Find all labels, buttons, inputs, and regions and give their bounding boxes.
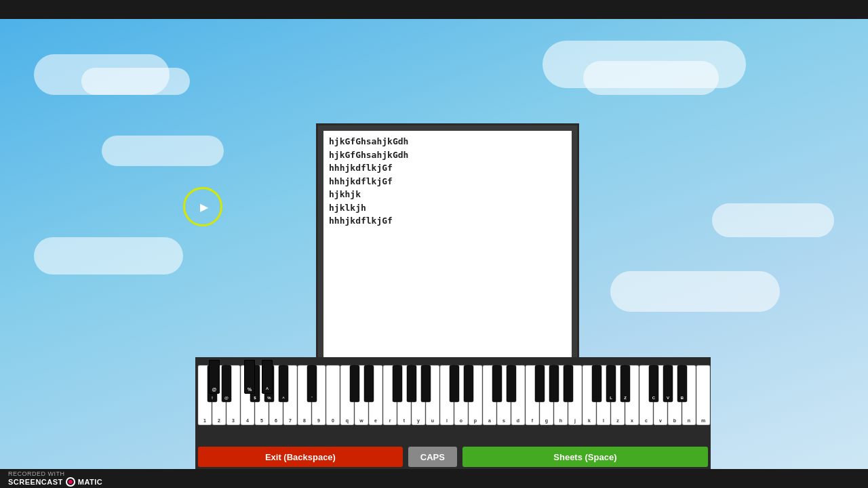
svg-text:x: x <box>631 418 633 423</box>
svg-rect-98 <box>407 365 416 402</box>
svg-text:L: L <box>610 396 612 400</box>
cloud <box>81 68 190 95</box>
svg-text:i: i <box>446 418 448 423</box>
piano-container: ! @ @ $ % % <box>195 357 711 469</box>
svg-rect-19 <box>326 365 340 425</box>
black-key-caret[interactable]: ^ <box>262 360 273 394</box>
svg-text:h: h <box>559 418 562 423</box>
svg-text:V: V <box>667 396 669 400</box>
svg-rect-97 <box>393 365 402 402</box>
svg-rect-71 <box>696 365 710 425</box>
svg-text:B: B <box>681 396 684 400</box>
bottom-buttons-row: Exit (Backspace) CAPS Sheets (Space) <box>195 445 711 469</box>
svg-text:w: w <box>359 418 363 423</box>
black-key-at[interactable]: @ <box>209 360 220 394</box>
brand-circle <box>66 477 75 487</box>
svg-text:5: 5 <box>260 418 263 423</box>
piano-svg: 1 2 3 4 5 6 7 8 <box>195 357 711 444</box>
svg-text:d: d <box>517 418 519 423</box>
svg-rect-105 <box>549 365 559 402</box>
branding-block: RECORDED WITH SCREENCAST MATIC <box>8 470 102 487</box>
svg-text:g: g <box>545 418 548 424</box>
exit-button[interactable]: Exit (Backspace) <box>198 447 403 467</box>
brand-name: SCREENCAST MATIC <box>8 477 102 487</box>
cloud <box>102 136 224 166</box>
svg-text:b: b <box>673 418 676 423</box>
svg-text:c: c <box>645 418 648 423</box>
svg-text:%: % <box>267 396 271 400</box>
svg-text:m: m <box>701 418 705 423</box>
piano-visual: 1 2 3 4 5 6 7 8 <box>195 357 711 444</box>
svg-text:k: k <box>588 418 591 423</box>
note-line-1: hjkGfGhsahjkGdh <box>329 135 566 148</box>
cloud <box>712 203 834 237</box>
svg-text:9: 9 <box>317 418 320 423</box>
svg-text:2: 2 <box>218 418 220 423</box>
svg-rect-99 <box>421 365 431 402</box>
svg-rect-100 <box>450 365 459 402</box>
cloud <box>610 271 780 312</box>
cursor-arrow-icon: ▶ <box>200 201 208 214</box>
svg-text:r: r <box>389 418 391 423</box>
note-line-6: hjklkjh <box>329 201 566 215</box>
note-line-7: hhhjkdflkjGf <box>329 214 566 228</box>
svg-text:8: 8 <box>303 418 306 423</box>
note-content: hjkGfGhsahjkGdh hjkGfGhsahjkGdh hhhjkdfl… <box>323 131 572 379</box>
svg-text:p: p <box>474 418 477 424</box>
bottom-bar: RECORDED WITH SCREENCAST MATIC <box>0 469 868 488</box>
svg-text:y: y <box>417 418 420 424</box>
key-label: @ <box>212 387 217 392</box>
svg-rect-101 <box>464 365 473 402</box>
note-line-3: hhhjkdflkjGf <box>329 161 566 175</box>
recorded-with-label: RECORDED WITH <box>8 470 102 477</box>
svg-rect-104 <box>535 365 545 402</box>
brand-dot <box>68 480 73 484</box>
svg-text:0: 0 <box>332 418 334 423</box>
svg-rect-106 <box>564 365 573 402</box>
svg-text:o: o <box>460 418 462 423</box>
svg-text:u: u <box>431 418 434 423</box>
svg-rect-96 <box>364 365 374 402</box>
cloud <box>34 237 183 274</box>
svg-text:j: j <box>574 418 576 424</box>
svg-rect-95 <box>350 365 359 402</box>
svg-text:n: n <box>688 418 690 423</box>
cloud <box>583 61 719 95</box>
svg-text:6: 6 <box>275 418 277 423</box>
svg-text:C: C <box>652 396 656 400</box>
svg-rect-103 <box>507 365 516 402</box>
svg-text:3: 3 <box>232 418 235 423</box>
key-label: % <box>248 387 252 392</box>
svg-text:@: @ <box>224 396 229 400</box>
cursor-indicator: ▶ <box>183 187 222 226</box>
note-line-2: hjkGfGhsahjkGdh <box>329 148 566 162</box>
svg-text:1: 1 <box>203 418 206 423</box>
svg-text:l: l <box>603 418 604 423</box>
top-bar <box>0 0 868 19</box>
caps-button[interactable]: CAPS <box>408 447 457 467</box>
svg-text:!: ! <box>212 396 213 400</box>
svg-text:Z: Z <box>624 396 627 400</box>
svg-text:s: s <box>502 418 505 423</box>
svg-rect-107 <box>592 365 601 402</box>
black-key-perc[interactable]: % <box>244 360 255 394</box>
svg-rect-102 <box>492 365 502 402</box>
note-line-5: hjkhjk <box>329 188 566 201</box>
svg-text:q: q <box>346 418 349 424</box>
svg-text:e: e <box>374 418 377 423</box>
svg-text:4: 4 <box>246 418 249 423</box>
key-label: ^ <box>266 387 269 392</box>
sheets-button[interactable]: Sheets (Space) <box>462 447 708 467</box>
note-line-4: hhhjkdflkjGf <box>329 175 566 188</box>
svg-text:^: ^ <box>282 396 285 400</box>
svg-text:a: a <box>488 418 491 423</box>
svg-text:z: z <box>616 418 619 423</box>
svg-text:v: v <box>659 418 662 423</box>
note-panel: hjkGfGhsahjkGdh hjkGfGhsahjkGdh hhhjkdfl… <box>316 123 579 386</box>
svg-text:7: 7 <box>289 418 292 423</box>
